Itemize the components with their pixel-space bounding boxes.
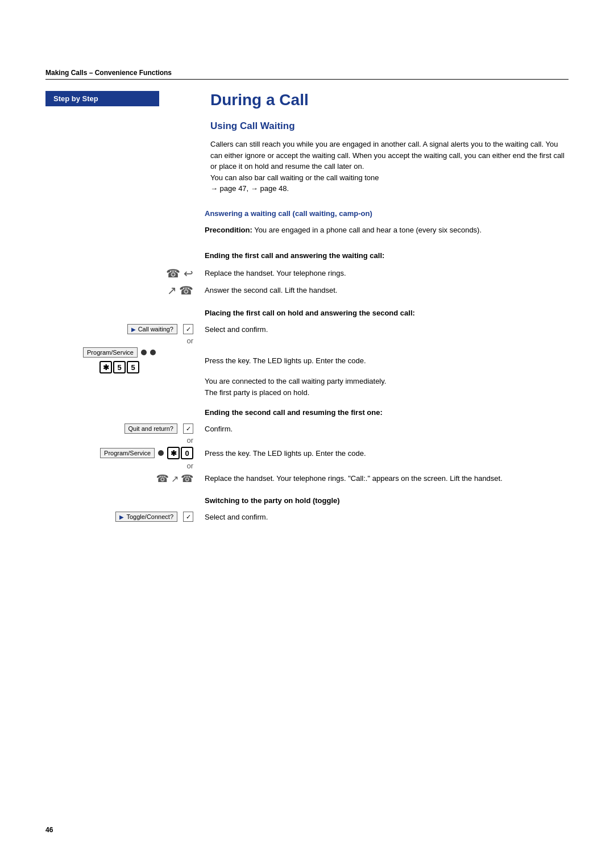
select-confirm-text: Select and confirm. — [205, 325, 268, 334]
heading3-row: Ending the second call and resuming the … — [45, 402, 569, 420]
subsection-title: Answering a waiting call (call waiting, … — [205, 209, 372, 218]
header-title: Making Calls – Convenience Functions — [45, 69, 172, 77]
handset-icon-left: ☎ ↩ — [45, 267, 205, 280]
quit-return-row: Quit and return? ✓ Confirm. — [45, 423, 569, 434]
checkmark-box2[interactable]: ✓ — [183, 423, 193, 434]
toggle-item[interactable]: ▶ Toggle/Connect? — [115, 512, 177, 522]
confirm-text: Confirm. — [205, 425, 233, 433]
heading2: Placing the first call on hold and answe… — [205, 309, 415, 317]
step2-right: Answer the second call. Lift the handset… — [205, 285, 337, 296]
heading1-row: Ending the first call and answering the … — [45, 246, 569, 263]
intro-text: Callers can still reach you while you ar… — [210, 139, 569, 194]
prog-svc-line: Program/Service — [83, 347, 156, 358]
or1-label: or — [45, 337, 205, 345]
right-column: During a Call Using Call Waiting Callers… — [205, 91, 569, 203]
program-service-btn[interactable]: Program/Service — [83, 347, 138, 358]
connected-text: You are connected to the call waiting pa… — [205, 376, 386, 398]
toggle-label: Toggle/Connect? — [126, 513, 173, 520]
heading4-row: Switching to the party on hold (toggle) — [45, 491, 569, 508]
heading4: Switching to the party on hold (toggle) — [205, 496, 340, 505]
connected-row: You are connected to the call waiting pa… — [45, 376, 569, 398]
heading1: Ending the first call and answering the … — [205, 251, 384, 260]
checkmark-box3[interactable]: ✓ — [183, 512, 193, 522]
quit-return-left: Quit and return? ✓ — [45, 423, 205, 434]
left-spacer6 — [45, 491, 205, 508]
key-asterisk2: ✱ — [167, 447, 180, 459]
quit-return-menu: Quit and return? ✓ — [125, 423, 194, 434]
led-dot3 — [158, 450, 164, 456]
or1-row: or — [45, 337, 569, 345]
or2-label: or — [45, 436, 205, 445]
or3-label: or — [45, 462, 205, 470]
heading3: Ending the second call and resuming the … — [205, 408, 383, 417]
program-service-left: Program/Service ✱ 5 5 — [45, 347, 205, 373]
connected-left-spacer — [45, 376, 205, 398]
call-waiting-label: Call waiting? — [138, 326, 173, 333]
section-title: Using Call Waiting — [210, 121, 569, 132]
step-replace-handset-row: ☎ ↩ Replace the handset. Your telephone … — [45, 267, 569, 280]
key-code-855: ✱ 5 5 — [99, 361, 139, 373]
handset-icon3: ☎ — [156, 472, 169, 485]
page-title: During a Call — [210, 91, 569, 109]
key-5a: 5 — [113, 361, 126, 373]
step1-right: Replace the handset. Your telephone ring… — [205, 268, 346, 279]
handset-up-icon: ☎ — [179, 284, 193, 297]
call-waiting-menu: ▶ Call waiting? ✓ — [127, 324, 193, 334]
page: Making Calls – Convenience Functions Ste… — [0, 0, 614, 868]
replace-handset-row: ☎ ↗ ☎ Replace the handset. Your telephon… — [45, 472, 569, 485]
step-lift-handset-row: ↗ ☎ Answer the second call. Lift the han… — [45, 284, 569, 297]
header-section: Making Calls – Convenience Functions — [45, 68, 569, 80]
handset-icon-left2: ↗ ☎ — [45, 284, 205, 297]
left-spacer5 — [45, 402, 205, 420]
subsection-row: Answering a waiting call (call waiting, … — [45, 209, 569, 222]
led-dot2 — [150, 350, 156, 355]
left-spacer2 — [45, 225, 205, 242]
handset-lift-icon: ↗ — [167, 284, 177, 297]
toggle-arrow-icon: ▶ — [119, 514, 124, 520]
led-dot1 — [141, 350, 147, 355]
key-code-850: ✱ 0 — [167, 447, 193, 459]
toggle-menu: ▶ Toggle/Connect? ✓ — [115, 512, 193, 522]
call-waiting-row: ▶ Call waiting? ✓ Select and confirm. — [45, 324, 569, 334]
replace-text: Replace the handset. Your telephone ring… — [205, 473, 503, 484]
page-number: 46 — [45, 826, 53, 834]
steps-section: Answering a waiting call (call waiting, … — [45, 209, 569, 522]
replace-icon-left: ☎ ↗ ☎ — [45, 472, 205, 485]
precondition-row: Precondition: You are engaged in a phone… — [45, 225, 569, 242]
call-waiting-item[interactable]: ▶ Call waiting? — [127, 324, 177, 334]
or3-row: or — [45, 462, 569, 470]
key-5b: 5 — [127, 361, 139, 373]
heading2-row: Placing the first call on hold and answe… — [45, 303, 569, 321]
precondition-label: Precondition: — [205, 226, 252, 234]
toggle-connect-row: ▶ Toggle/Connect? ✓ Select and confirm. — [45, 512, 569, 522]
precondition-body: You are engaged in a phone call and hear… — [252, 226, 482, 234]
quit-return-label: Quit and return? — [128, 425, 174, 432]
content-area: Step by Step During a Call Using Call Wa… — [45, 91, 569, 203]
left-spacer3 — [45, 246, 205, 263]
key-asterisk: ✱ — [99, 361, 112, 373]
program-service-left2: Program/Service ✱ 0 — [45, 447, 205, 459]
menu-arrow-icon: ▶ — [131, 326, 136, 333]
left-spacer4 — [45, 303, 205, 321]
arrow-ref-47: → page 47, → page 48. — [210, 184, 289, 193]
or2-row: or — [45, 436, 569, 445]
call-waiting-left: ▶ Call waiting? ✓ — [45, 324, 205, 334]
handset-replace-icon: ☎ — [166, 267, 180, 280]
precondition-text: Precondition: You are engaged in a phone… — [205, 225, 482, 236]
step-by-step-box: Step by Step — [45, 91, 159, 106]
toggle-left: ▶ Toggle/Connect? ✓ — [45, 512, 205, 522]
key-0: 0 — [181, 447, 193, 459]
left-spacer — [45, 209, 205, 222]
handset-arrow-icon: ↩ — [184, 267, 193, 280]
press-key-text1: Press the key. The LED lights up. Enter … — [205, 356, 366, 365]
checkmark-box[interactable]: ✓ — [183, 324, 193, 334]
arrow-right-icon: ↗ — [171, 474, 179, 484]
left-column: Step by Step — [45, 91, 205, 203]
handset-icon4: ☎ — [181, 472, 193, 485]
program-service-btn2[interactable]: Program/Service — [100, 448, 155, 458]
quit-return-item[interactable]: Quit and return? — [125, 423, 178, 434]
select-confirm2-text: Select and confirm. — [205, 513, 268, 521]
program-service-row: Program/Service ✱ 5 5 Press the key. The… — [45, 347, 569, 373]
program-service-row2: Program/Service ✱ 0 Press the key. The L… — [45, 447, 569, 459]
press-key-text2: Press the key. The LED lights up. Enter … — [205, 449, 366, 458]
